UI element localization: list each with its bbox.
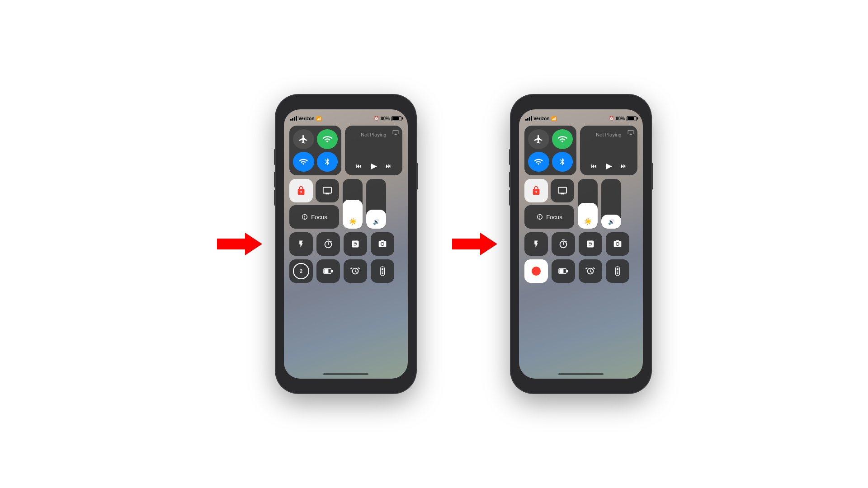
- connectivity-grid-left: [289, 126, 341, 175]
- bottom-row1-left: [289, 232, 402, 256]
- right-phone: Verizon 📶 ⏰ 80%: [511, 95, 651, 393]
- wifi-btn-left[interactable]: [317, 129, 338, 149]
- now-playing-left: Not Playing ⏮ ▶ ⏭: [345, 126, 402, 175]
- notch: [316, 95, 375, 108]
- prev-btn-right[interactable]: ⏮: [591, 162, 597, 169]
- top-row-right: Not Playing ⏮ ▶ ⏭: [524, 126, 637, 175]
- wifi-status-icon: 📶: [316, 116, 321, 121]
- carrier-right: Verizon: [533, 116, 550, 121]
- flashlight-btn-right[interactable]: [524, 232, 548, 256]
- play-btn-right[interactable]: ▶: [606, 161, 612, 171]
- remote-btn-right[interactable]: [606, 259, 629, 283]
- now-playing-title-right: Not Playing: [585, 132, 633, 137]
- focus-label-left: Focus: [311, 214, 327, 221]
- screen-mirror-btn-right[interactable]: [551, 179, 574, 202]
- bluetooth-btn-right[interactable]: [552, 152, 573, 172]
- brightness-slider-left[interactable]: ☀️: [343, 179, 363, 229]
- left-arrow: [217, 230, 262, 258]
- camera-btn-left[interactable]: [371, 232, 394, 256]
- right-arrow: [452, 230, 497, 258]
- bottom-row1-right: [524, 232, 637, 256]
- airplane-btn-right[interactable]: [528, 129, 549, 149]
- middle-section-left: Focus ☀️ 🔊: [289, 179, 402, 229]
- brightness-icon-left: ☀️: [349, 218, 357, 225]
- left-icons-col: Focus: [289, 179, 339, 229]
- airplay-icon-right: [627, 129, 634, 136]
- connectivity-grid-right: [524, 126, 576, 175]
- screen-right: Verizon 📶 ⏰ 80%: [519, 109, 643, 379]
- wifi-status-icon-right: 📶: [551, 116, 557, 121]
- next-btn-right[interactable]: ⏭: [621, 162, 627, 169]
- home-indicator-right: [558, 373, 604, 375]
- battery-icon-right: [627, 116, 637, 121]
- flashlight-btn-left[interactable]: [289, 232, 313, 256]
- lock-rotation-btn-right[interactable]: [524, 179, 548, 202]
- timer-btn-right[interactable]: [552, 232, 575, 256]
- brightness-slider-right[interactable]: ☀️: [578, 179, 598, 229]
- control-center-right: Not Playing ⏮ ▶ ⏭: [524, 126, 637, 283]
- focus-btn-left[interactable]: Focus: [289, 205, 339, 229]
- top-row-left: Not Playing ⏮ ▶ ⏭: [289, 126, 402, 175]
- screen-left: Verizon 📶 ⏰ 80%: [284, 109, 408, 379]
- lock-rotation-btn-left[interactable]: [289, 179, 313, 202]
- next-btn-left[interactable]: ⏭: [386, 162, 392, 169]
- timer-btn-left[interactable]: [316, 232, 340, 256]
- battery-pct-right: 80%: [616, 116, 625, 121]
- low-power-btn-left[interactable]: [316, 259, 340, 283]
- svg-rect-16: [617, 272, 618, 272]
- play-btn-left[interactable]: ▶: [371, 161, 377, 171]
- alarm-btn-right[interactable]: [579, 259, 602, 283]
- record-active-icon-right: [532, 267, 541, 276]
- alarm-btn-left[interactable]: [344, 259, 367, 283]
- screen-mirror-btn-left[interactable]: [316, 179, 339, 202]
- notch-right: [552, 95, 610, 108]
- wifi-btn-right[interactable]: [552, 129, 573, 149]
- svg-rect-3: [331, 270, 333, 272]
- bottom-row2-left: 2: [289, 259, 402, 283]
- low-power-btn-right[interactable]: [552, 259, 575, 283]
- focus-btn-right[interactable]: Focus: [524, 205, 574, 229]
- left-phone: Verizon 📶 ⏰ 80%: [276, 95, 416, 393]
- mobile-data-btn-left[interactable]: [293, 152, 314, 172]
- volume-slider-right[interactable]: 🔊: [601, 179, 621, 229]
- volume-slider-left[interactable]: 🔊: [366, 179, 386, 229]
- carrier-left: Verizon: [298, 116, 315, 121]
- volume-icon-right: 🔊: [608, 219, 615, 225]
- focus-label-right: Focus: [546, 214, 562, 221]
- svg-rect-2: [324, 269, 328, 273]
- now-playing-title-left: Not Playing: [349, 132, 398, 137]
- battery-icon-left: [392, 116, 401, 121]
- svg-point-5: [382, 268, 383, 270]
- volume-icon-left: 🔊: [373, 219, 380, 225]
- prev-btn-left[interactable]: ⏮: [356, 162, 362, 169]
- remote-btn-left[interactable]: [371, 259, 394, 283]
- svg-marker-9: [452, 233, 497, 255]
- alarm-icon: ⏰: [374, 116, 379, 121]
- right-phone-scene: Verizon 📶 ⏰ 80%: [452, 95, 651, 393]
- signal-bars: [290, 116, 297, 121]
- svg-rect-6: [382, 271, 383, 271]
- airplane-btn-left[interactable]: [293, 129, 314, 149]
- home-indicator-left: [323, 373, 368, 375]
- svg-rect-12: [566, 270, 568, 272]
- mobile-data-btn-right[interactable]: [528, 152, 549, 172]
- svg-point-14: [617, 268, 618, 270]
- alarm-icon-right: ⏰: [609, 116, 614, 121]
- screen-record-btn-left[interactable]: 2: [289, 259, 313, 283]
- calculator-btn-left[interactable]: [344, 232, 367, 256]
- now-playing-right: Not Playing ⏮ ▶ ⏭: [580, 126, 637, 175]
- media-controls-left: ⏮ ▶ ⏭: [349, 161, 398, 171]
- svg-rect-17: [617, 273, 618, 274]
- svg-rect-11: [559, 269, 563, 273]
- control-center-left: Not Playing ⏮ ▶ ⏭: [289, 126, 402, 283]
- status-bar-left: Verizon 📶 ⏰ 80%: [284, 109, 408, 124]
- screen-record-btn-right[interactable]: [524, 259, 548, 283]
- camera-btn-right[interactable]: [606, 232, 629, 256]
- bluetooth-btn-left[interactable]: [317, 152, 338, 172]
- svg-rect-8: [382, 273, 383, 274]
- bottom-row2-right: [524, 259, 637, 283]
- media-controls-right: ⏮ ▶ ⏭: [585, 161, 633, 171]
- record-inactive-icon-left: 2: [293, 263, 309, 279]
- calculator-btn-right[interactable]: [579, 232, 602, 256]
- sliders-right: ☀️ 🔊: [578, 179, 621, 229]
